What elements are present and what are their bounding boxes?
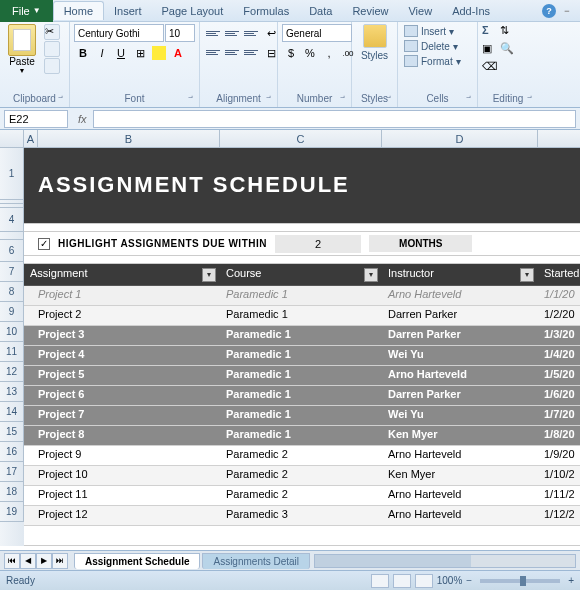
filter-value[interactable]: 2 [275,235,361,253]
cell-started[interactable]: 1/4/20 [538,346,580,365]
row-header[interactable]: 15 [0,422,24,442]
cell-assignment[interactable]: Project 5 [24,366,220,385]
align-top-button[interactable] [204,24,222,42]
underline-button[interactable]: U [112,44,130,62]
copy-icon[interactable] [44,41,60,57]
cell-assignment[interactable]: Project 9 [24,446,220,465]
clear-button[interactable]: ⌫ [482,60,498,76]
tab-review[interactable]: Review [342,2,398,20]
cell-instructor[interactable]: Wei Yu [382,406,538,425]
th-assignment[interactable]: Assignment▾ [24,264,220,285]
zoom-slider[interactable] [480,579,560,583]
sheet-nav-next[interactable]: ▶ [36,553,52,569]
view-page-layout-button[interactable] [393,574,411,588]
select-all-corner[interactable] [0,130,24,147]
percent-button[interactable]: % [301,44,319,62]
table-row[interactable]: Project 1Paramedic 1Arno Harteveld1/1/20 [24,286,580,306]
cell-instructor[interactable]: Arno Harteveld [382,486,538,505]
cell-instructor[interactable]: Arno Harteveld [382,366,538,385]
align-right-button[interactable] [242,43,260,61]
cell-started[interactable]: 1/6/20 [538,386,580,405]
cell-instructor[interactable]: Arno Harteveld [382,446,538,465]
row-header[interactable]: 14 [0,402,24,422]
table-row[interactable]: Project 3Paramedic 1Darren Parker1/3/20 [24,326,580,346]
bold-button[interactable]: B [74,44,92,62]
autosum-button[interactable]: Σ [482,24,498,40]
number-format-input[interactable] [282,24,352,42]
zoom-out-button[interactable]: − [466,575,472,586]
cell-assignment[interactable]: Project 10 [24,466,220,485]
insert-cells-button[interactable]: Insert ▾ [402,24,463,38]
table-row[interactable]: Project 10Paramedic 2Ken Myer1/10/2 [24,466,580,486]
col-header-a[interactable]: A [24,130,38,147]
tab-data[interactable]: Data [299,2,342,20]
cell-course[interactable]: Paramedic 1 [220,326,382,345]
cell-started[interactable]: 1/2/20 [538,306,580,325]
tab-formulas[interactable]: Formulas [233,2,299,20]
tab-page-layout[interactable]: Page Layout [152,2,234,20]
row-header[interactable]: 11 [0,342,24,362]
col-header-d[interactable]: D [382,130,538,147]
table-row[interactable]: Project 11Paramedic 2Arno Harteveld1/11/… [24,486,580,506]
minimize-ribbon-icon[interactable]: − [560,4,574,18]
align-center-button[interactable] [223,43,241,61]
border-button[interactable]: ⊞ [131,44,149,62]
cell-started[interactable]: 1/1/20 [538,286,580,305]
name-box[interactable] [4,110,68,128]
italic-button[interactable]: I [93,44,111,62]
row-header[interactable]: 1 [0,148,24,200]
cell-course[interactable]: Paramedic 1 [220,346,382,365]
cell-assignment[interactable]: Project 8 [24,426,220,445]
row-header[interactable]: 4 [0,208,24,232]
row-header[interactable]: 7 [0,262,24,282]
highlight-checkbox[interactable]: ✓ [38,238,50,250]
table-row[interactable]: Project 6Paramedic 1Darren Parker1/6/20 [24,386,580,406]
row-header[interactable]: 13 [0,382,24,402]
filter-dropdown-icon[interactable]: ▾ [364,268,378,282]
cell-styles-button[interactable]: Styles [356,24,393,61]
cell-course[interactable]: Paramedic 1 [220,386,382,405]
cell-course[interactable]: Paramedic 2 [220,486,382,505]
tab-home[interactable]: Home [53,1,104,20]
cell-instructor[interactable]: Arno Harteveld [382,286,538,305]
cell-started[interactable]: 1/12/2 [538,506,580,525]
table-row[interactable]: Project 2Paramedic 1Darren Parker1/2/20 [24,306,580,326]
cell-instructor[interactable]: Arno Harteveld [382,506,538,525]
table-row[interactable]: Project 12Paramedic 3Arno Harteveld1/12/… [24,506,580,526]
sheet-nav-first[interactable]: ⏮ [4,553,20,569]
th-instructor[interactable]: Instructor▾ [382,264,538,285]
cell-assignment[interactable]: Project 6 [24,386,220,405]
cell-instructor[interactable]: Ken Myer [382,426,538,445]
cell-assignment[interactable]: Project 11 [24,486,220,505]
currency-button[interactable]: $ [282,44,300,62]
tab-view[interactable]: View [398,2,442,20]
cell-assignment[interactable]: Project 7 [24,406,220,425]
cell-started[interactable]: 1/10/2 [538,466,580,485]
row-header[interactable]: 9 [0,302,24,322]
cell-started[interactable]: 1/11/2 [538,486,580,505]
comma-button[interactable]: , [320,44,338,62]
row-header[interactable]: 12 [0,362,24,382]
col-header-b[interactable]: B [38,130,220,147]
file-tab[interactable]: File ▼ [0,0,53,22]
zoom-in-button[interactable]: + [568,575,574,586]
cell-instructor[interactable]: Ken Myer [382,466,538,485]
fill-button[interactable]: ▣ [482,42,498,58]
cell-course[interactable]: Paramedic 2 [220,466,382,485]
cell-instructor[interactable]: Darren Parker [382,386,538,405]
formula-input[interactable] [93,110,576,128]
cell-course[interactable]: Paramedic 1 [220,306,382,325]
cell-assignment[interactable]: Project 1 [24,286,220,305]
cell-started[interactable]: 1/3/20 [538,326,580,345]
cell-course[interactable]: Paramedic 1 [220,286,382,305]
table-row[interactable]: Project 5Paramedic 1Arno Harteveld1/5/20 [24,366,580,386]
view-page-break-button[interactable] [415,574,433,588]
cell-started[interactable]: 1/7/20 [538,406,580,425]
delete-cells-button[interactable]: Delete ▾ [402,39,463,53]
cell-instructor[interactable]: Wei Yu [382,346,538,365]
find-button[interactable]: 🔍 [500,42,516,58]
view-normal-button[interactable] [371,574,389,588]
table-row[interactable]: Project 4Paramedic 1Wei Yu1/4/20 [24,346,580,366]
sheet-nav-last[interactable]: ⏭ [52,553,68,569]
col-header-c[interactable]: C [220,130,382,147]
